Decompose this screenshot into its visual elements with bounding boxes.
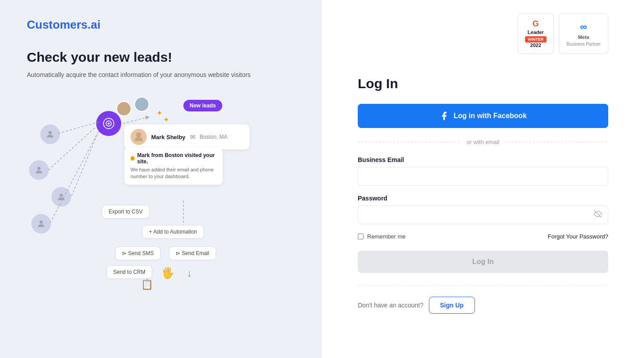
notif-dot [131, 156, 135, 161]
anon-user-icon-2 [29, 160, 49, 180]
sparkle-2: ✦ [163, 115, 169, 124]
meta-logo-icon: ∞ [580, 21, 587, 33]
logo-text: Customers.ai [27, 18, 101, 32]
logo: Customers.ai [27, 18, 295, 32]
notif-body: We have added their email and phone numb… [131, 166, 216, 180]
new-leads-badge: New leads [183, 100, 222, 111]
right-panel: G Leader WINTER 2022 ∞ Meta Business Par… [322, 0, 644, 358]
lead-name: Mark Shelby [151, 134, 186, 141]
bottom-divider [358, 286, 608, 286]
send-crm-btn[interactable]: Send to CRM [106, 265, 152, 279]
signup-button[interactable]: Sign Up [429, 297, 475, 314]
anon-user-icon-1 [40, 124, 60, 144]
hero-title: Check your new leads! [27, 50, 295, 65]
remember-row: Remember me Forgot Your Password? [358, 233, 608, 240]
no-account-text: Don't have an account? [358, 302, 424, 309]
svg-point-6 [108, 123, 110, 125]
signup-btn-label: Sign Up [440, 302, 464, 309]
avatar-2 [134, 97, 149, 112]
g2-year-label: 2022 [530, 43, 541, 48]
login-title: Log In [358, 76, 608, 91]
avatar-1 [116, 101, 131, 116]
clipboard-icon: 📋 [141, 279, 153, 290]
left-panel: Customers.ai Check your new leads! Autom… [0, 0, 322, 358]
facebook-login-button[interactable]: Log in with Facebook [358, 104, 608, 128]
email-form-group: Business Email [358, 156, 608, 186]
svg-line-11 [123, 117, 148, 124]
notif-title: Mark from Boston visited your site. [137, 152, 216, 165]
password-label: Password [358, 195, 608, 202]
divider-text: or with email [467, 139, 500, 145]
email-target-icon [96, 111, 121, 136]
password-input[interactable] [358, 205, 608, 224]
divider-line-right [504, 142, 608, 142]
form-area: Log In Log in with Facebook or with emai… [358, 76, 608, 345]
lead-card: Mark Shelby ✉ Boston, MA [124, 124, 250, 149]
email-label: Business Email [358, 156, 608, 163]
down-arrow-icon: ↓ [187, 268, 192, 279]
svg-line-7 [58, 122, 98, 133]
svg-point-2 [59, 194, 63, 197]
meta-sub-label: Business Partner [567, 42, 601, 47]
sparkle-1: ✦ [157, 109, 162, 117]
meta-badge: ∞ Meta Business Partner [559, 13, 608, 54]
forgot-password-link[interactable]: Forgot Your Password? [548, 233, 608, 240]
login-button[interactable]: Log In [358, 251, 608, 273]
lead-email-icon: ✉ [190, 133, 195, 141]
svg-point-1 [37, 167, 40, 170]
facebook-icon [439, 111, 449, 121]
g2-badge: G Leader WINTER 2022 [518, 13, 554, 54]
wave-emoji: 🖐 [161, 267, 174, 279]
svg-line-10 [50, 133, 97, 223]
signup-row: Don't have an account? Sign Up [358, 297, 608, 314]
g2-icon: G [533, 19, 539, 29]
hero-subtitle: Automatically acquire the contact inform… [27, 70, 295, 80]
g2-leader-label: Leader [528, 30, 544, 35]
svg-point-0 [48, 131, 51, 134]
g2-winter-label: WINTER [525, 36, 547, 43]
svg-point-3 [39, 221, 42, 224]
send-sms-btn[interactable]: ⊳ Send SMS [115, 247, 161, 260]
email-input[interactable] [358, 167, 608, 186]
remember-text: Remember me [367, 233, 406, 240]
anon-user-icon-3 [51, 187, 71, 207]
add-automation-btn[interactable]: + Add to Automation [142, 225, 204, 239]
svg-point-12 [136, 132, 141, 138]
anon-user-icon-4 [31, 214, 51, 234]
lead-avatar [131, 129, 147, 145]
eye-toggle-icon[interactable] [594, 210, 602, 220]
svg-line-9 [72, 130, 99, 196]
notification-bubble: Mark from Boston visited your site. We h… [124, 148, 223, 185]
badges-row: G Leader WINTER 2022 ∞ Meta Business Par… [358, 13, 608, 54]
remember-checkbox[interactable] [358, 234, 364, 239]
divider-line-left [358, 142, 462, 142]
meta-name-label: Meta [578, 34, 589, 40]
facebook-btn-label: Log in with Facebook [453, 112, 527, 120]
lead-info: Mark Shelby [151, 134, 186, 141]
divider: or with email [358, 139, 608, 145]
send-email-btn[interactable]: ⊳ Send Email [169, 247, 216, 260]
lead-location: Boston, MA [200, 134, 228, 140]
password-form-group: Password [358, 195, 608, 224]
illustration: New leads ✦ ✦ ✦ Mark Shelby ✉ Boston, MA… [27, 98, 295, 303]
remember-label[interactable]: Remember me [358, 233, 406, 240]
password-wrapper [358, 205, 608, 224]
login-btn-label: Log In [472, 258, 494, 265]
export-csv-btn[interactable]: Export to CSV [102, 205, 149, 218]
